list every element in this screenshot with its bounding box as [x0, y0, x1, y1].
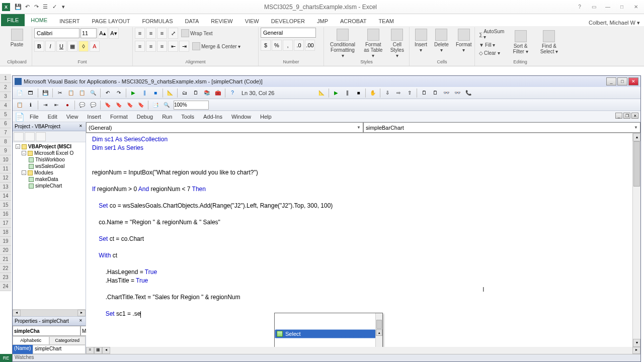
- row-header[interactable]: 12: [0, 173, 11, 183]
- tab-acrobat[interactable]: ACROBAT: [334, 16, 372, 26]
- find-icon[interactable]: 🔍: [88, 88, 98, 98]
- align-mid-icon[interactable]: ≡: [146, 28, 156, 39]
- row-header[interactable]: 22: [0, 264, 11, 273]
- design-mode-icon[interactable]: 📐: [165, 88, 175, 98]
- tree-toggle-icon[interactable]: -: [16, 144, 20, 149]
- scroll-thumb[interactable]: [376, 320, 382, 329]
- comma-icon[interactable]: ,: [283, 40, 293, 51]
- scroll-left-icon[interactable]: ◂: [102, 347, 110, 354]
- clear-button[interactable]: ◇ Clear ▾: [477, 49, 506, 57]
- row-header[interactable]: 5: [0, 110, 11, 119]
- outdent-icon[interactable]: ⇤: [51, 100, 61, 110]
- toggle-folders-icon[interactable]: [36, 132, 46, 141]
- project-tree[interactable]: -VBAProject (MSCI -Microsoft Excel O Thi…: [13, 142, 86, 309]
- next-bookmark-icon[interactable]: 🔖: [114, 100, 124, 110]
- paste-button[interactable]: Paste: [4, 28, 30, 48]
- row-header[interactable]: 2: [0, 83, 11, 92]
- intellisense-item[interactable]: Select: [275, 329, 382, 338]
- redo-icon[interactable]: ↷: [32, 3, 40, 11]
- run2-icon[interactable]: ▶: [331, 88, 341, 98]
- tree-scroll-left-icon[interactable]: ◂: [13, 310, 21, 316]
- code-vscrollbar[interactable]: ▴ ▾: [632, 133, 640, 347]
- tab-review[interactable]: REVIEW: [205, 16, 238, 26]
- fill-button[interactable]: ▼ Fill ▾: [477, 41, 506, 49]
- tab-home[interactable]: HOME: [25, 15, 53, 26]
- project-panel-title[interactable]: Project - VBAProject ✕: [13, 122, 86, 131]
- scroll-up-icon[interactable]: ▴: [633, 133, 640, 141]
- row-header[interactable]: 9: [0, 146, 11, 155]
- tree-scroll-right-icon[interactable]: ▸: [77, 310, 86, 316]
- row-header[interactable]: 19: [0, 237, 11, 246]
- format-table-button[interactable]: Format as Table ▾: [360, 28, 386, 59]
- currency-icon[interactable]: $: [261, 40, 271, 51]
- row-header[interactable]: 23: [0, 273, 11, 282]
- bold-button[interactable]: B: [34, 41, 44, 52]
- watches-panel[interactable]: Watches: [13, 354, 640, 361]
- vba-titlebar[interactable]: Microsoft Visual Basic for Applications …: [13, 76, 640, 87]
- tree-project[interactable]: -VBAProject (MSCI: [14, 143, 85, 150]
- tree-toggle-icon[interactable]: -: [22, 170, 26, 175]
- save-icon[interactable]: 💾: [40, 88, 50, 98]
- font-name-input[interactable]: [34, 28, 79, 38]
- view-code-icon[interactable]: 📄: [15, 88, 25, 98]
- paste-icon[interactable]: 📋: [77, 88, 87, 98]
- underline-button[interactable]: U: [56, 41, 66, 52]
- zoom-icon[interactable]: 🔍: [162, 100, 172, 110]
- props-tab-alphabetic[interactable]: Alphabetic: [13, 336, 49, 345]
- view-object-icon[interactable]: [25, 132, 35, 141]
- row-header[interactable]: 11: [0, 164, 11, 173]
- clear-bookmarks-icon[interactable]: 🔖: [136, 100, 146, 110]
- hand-icon[interactable]: ✋: [368, 88, 378, 98]
- props-tab-categorized[interactable]: Categorized: [49, 336, 86, 345]
- cut-icon[interactable]: ✂: [55, 88, 65, 98]
- cond-format-button[interactable]: Conditional Formatting ▾: [326, 28, 359, 59]
- row-header[interactable]: 8: [0, 137, 11, 146]
- procedure-dropdown[interactable]: simpleBarChart▼: [363, 122, 640, 133]
- shrink-font-icon[interactable]: A▾: [109, 28, 119, 39]
- toolbox-icon[interactable]: 🧰: [213, 88, 223, 98]
- tree-excel-objects[interactable]: -Microsoft Excel O: [14, 150, 85, 156]
- step-into-icon[interactable]: ⇩: [382, 88, 392, 98]
- redo-icon[interactable]: ↷: [114, 88, 124, 98]
- run-icon[interactable]: ▶: [128, 88, 138, 98]
- compile-icon[interactable]: 📐: [316, 88, 327, 98]
- menu-run[interactable]: Run: [158, 113, 176, 121]
- orientation-icon[interactable]: ⤢: [168, 28, 178, 39]
- vba-app-icon[interactable]: 📄: [15, 112, 25, 122]
- spellcheck-icon[interactable]: ✓: [50, 3, 58, 11]
- menu-help[interactable]: Help: [256, 113, 276, 121]
- scroll-down-icon[interactable]: ▾: [633, 339, 640, 347]
- tab-file[interactable]: FILE: [1, 14, 25, 26]
- immediate-icon[interactable]: 🗒: [430, 88, 440, 98]
- find-select-button[interactable]: Find & Select ▾: [535, 29, 564, 55]
- align-bot-icon[interactable]: ≡: [157, 28, 167, 39]
- break-icon[interactable]: ‖: [139, 88, 149, 98]
- help-icon[interactable]: ?: [227, 88, 237, 98]
- row-header[interactable]: 4: [0, 101, 11, 110]
- row-header[interactable]: 3: [0, 92, 11, 101]
- menu-addins[interactable]: Add-Ins: [199, 113, 226, 121]
- view-code-icon[interactable]: [14, 132, 24, 141]
- row-header[interactable]: 10: [0, 155, 11, 164]
- align-left-icon[interactable]: ≡: [135, 41, 145, 52]
- row-header[interactable]: 13: [0, 183, 11, 192]
- number-format-input[interactable]: [261, 28, 316, 38]
- comment-icon[interactable]: 💬: [77, 100, 87, 110]
- indent-inc-icon[interactable]: ⇥: [179, 41, 189, 52]
- menu-insert[interactable]: Insert: [83, 113, 105, 121]
- copy-icon[interactable]: 📋: [66, 88, 76, 98]
- tab-formulas[interactable]: FORMULAS: [136, 16, 179, 26]
- object-browser-icon[interactable]: 📚: [202, 88, 212, 98]
- row-header[interactable]: 1: [0, 74, 11, 83]
- prop-name-value[interactable]: simpleChart: [33, 345, 86, 354]
- insert-cells-button[interactable]: Insert ▾: [412, 28, 430, 54]
- tree-modules[interactable]: -Modules: [14, 169, 85, 176]
- delete-cells-button[interactable]: Delete ▾: [431, 28, 452, 54]
- tab-data[interactable]: DATA: [179, 16, 205, 26]
- row-header[interactable]: 6: [0, 119, 11, 128]
- italic-button[interactable]: I: [45, 41, 55, 52]
- menu-view[interactable]: View: [62, 113, 83, 121]
- autosum-button[interactable]: ∑ AutoSum ▾: [477, 28, 506, 41]
- dec-decimal-icon[interactable]: .00: [305, 40, 315, 51]
- reset-icon[interactable]: ■: [150, 88, 160, 98]
